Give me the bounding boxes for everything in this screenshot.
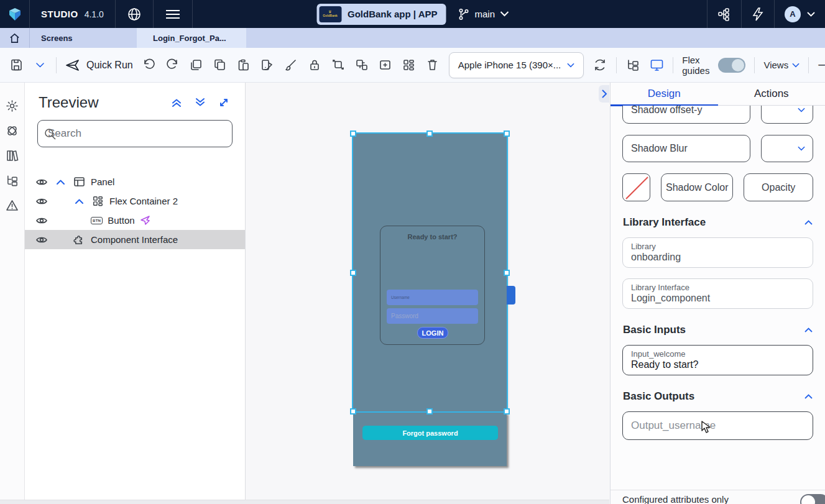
tab-design[interactable]: Design <box>611 83 718 105</box>
library-button[interactable] <box>5 148 20 163</box>
selection-handle-nw[interactable] <box>350 131 356 137</box>
input-welcome-value: Ready to start? <box>631 359 804 370</box>
chevron-up-icon[interactable] <box>804 328 813 332</box>
chevron-up-icon[interactable] <box>72 195 86 208</box>
opacity-field[interactable]: Opacity <box>744 173 813 201</box>
undo-button[interactable] <box>142 58 157 73</box>
forgot-password-button[interactable]: Forgot password <box>362 426 498 440</box>
views-dropdown[interactable]: Views <box>763 60 800 70</box>
left-icon-strip <box>0 83 25 504</box>
sync-button[interactable] <box>592 58 607 73</box>
visibility-eye-icon[interactable] <box>35 195 48 208</box>
copy-button[interactable] <box>213 58 228 73</box>
account-menu[interactable]: A <box>774 0 825 28</box>
home-button[interactable] <box>0 28 30 48</box>
selection-handle-sw[interactable] <box>350 408 356 415</box>
login-button[interactable]: LOGIN <box>417 327 448 339</box>
output-username-field[interactable]: Output_username <box>622 411 813 440</box>
chevron-up-icon[interactable] <box>53 175 67 189</box>
tree-item-label[interactable]: Component Interface <box>91 234 178 245</box>
tree-item-label[interactable]: Flex Container 2 <box>109 196 178 206</box>
app-selector[interactable]: ♛ GoldBank GoldBank app | APP <box>316 4 446 25</box>
visibility-eye-icon[interactable] <box>35 233 48 247</box>
add-frame-button[interactable] <box>378 58 393 73</box>
zoom-out-button[interactable]: − <box>818 57 825 73</box>
visibility-eye-icon[interactable] <box>35 175 48 189</box>
paste-button[interactable] <box>236 58 251 73</box>
shadow-offset-y-unit-dropdown[interactable] <box>761 106 813 124</box>
welcome-text[interactable]: Ready to start? <box>380 233 485 241</box>
chevron-up-icon[interactable] <box>804 394 813 399</box>
basic-outputs-section-header[interactable]: Basic Outputs <box>623 390 813 403</box>
visibility-eye-icon[interactable] <box>35 214 48 227</box>
library-interface-field[interactable]: Library Interface Login_component <box>622 278 813 309</box>
shadow-color-field[interactable]: Shadow Color <box>661 173 733 201</box>
collapse-all-button[interactable] <box>169 95 184 110</box>
language-button[interactable] <box>116 0 154 28</box>
theme-tokens-button[interactable] <box>260 58 275 73</box>
password-field[interactable]: Password <box>387 308 478 324</box>
selection-handle-s[interactable] <box>426 408 433 415</box>
basic-inputs-section-header[interactable]: Basic Inputs <box>623 324 813 336</box>
input-welcome-field[interactable]: Input_welcome Ready to start? <box>622 345 813 375</box>
main-menu-button[interactable] <box>154 0 193 28</box>
expand-panel-button[interactable] <box>216 95 231 110</box>
preview-monitor-button[interactable] <box>649 58 664 73</box>
avatar[interactable]: A <box>785 6 801 22</box>
tab-screens[interactable]: Screens <box>30 28 137 48</box>
tab-login-forgot[interactable]: Login_Forgot_Pa... <box>137 28 246 48</box>
flex-guides-toggle[interactable] <box>718 58 745 73</box>
selection-handle-n[interactable] <box>426 131 433 137</box>
tree-row-panel[interactable]: Panel <box>25 172 245 191</box>
library-field[interactable]: Library onboarding <box>622 237 813 268</box>
device-selector[interactable]: Apple iPhone 15 (390×... <box>449 52 584 78</box>
library-interface-section-header[interactable]: Library Interface <box>623 216 813 229</box>
style-brush-button[interactable] <box>283 58 298 73</box>
duplicate-button[interactable] <box>189 58 204 73</box>
tree-list: Panel Flex Container 2 BTN Button Co <box>25 172 245 249</box>
tree-row-button[interactable]: BTN Button <box>25 211 245 230</box>
tree-item-label[interactable]: Panel <box>91 176 114 187</box>
inspector-collapse-button[interactable] <box>599 85 609 103</box>
configured-attributes-toggle[interactable] <box>800 494 825 504</box>
settings-button[interactable] <box>5 98 20 113</box>
tree-view-button[interactable] <box>625 58 640 73</box>
shadow-blur-unit-dropdown[interactable] <box>761 135 813 162</box>
component-drag-handle[interactable] <box>507 286 515 305</box>
selection-handle-e[interactable] <box>504 270 510 276</box>
shadow-color-swatch[interactable] <box>622 173 650 201</box>
components-button[interactable] <box>5 123 20 138</box>
tree-row-component-interface[interactable]: Component Interface <box>25 230 245 249</box>
warnings-button[interactable] <box>5 198 20 213</box>
username-field[interactable]: Username <box>387 290 478 305</box>
chevron-up-icon[interactable] <box>804 220 813 225</box>
horizontal-scrollbar[interactable] <box>0 500 609 504</box>
studio-logo[interactable] <box>0 0 30 28</box>
section-title: Basic Outputs <box>623 390 694 403</box>
save-button[interactable] <box>9 58 24 73</box>
quick-run-button[interactable]: Quick Run <box>65 59 133 71</box>
treeview-nav-button[interactable] <box>5 173 20 188</box>
group-button[interactable] <box>331 58 346 73</box>
design-canvas[interactable]: Ready to start? Username Password LOGIN … <box>246 83 610 504</box>
delete-button[interactable] <box>425 58 440 73</box>
expand-all-button[interactable] <box>193 95 208 110</box>
tree-search-input[interactable] <box>38 121 232 147</box>
tree-row-flex-container[interactable]: Flex Container 2 <box>25 191 245 211</box>
redo-button[interactable] <box>165 58 180 73</box>
save-options-chevron[interactable] <box>32 58 47 73</box>
branch-selector[interactable]: main <box>457 8 509 21</box>
tree-item-label[interactable]: Button <box>108 215 134 226</box>
quick-run-label: Quick Run <box>86 60 133 71</box>
selection-handle-w[interactable] <box>350 270 356 276</box>
tab-actions[interactable]: Actions <box>718 83 825 105</box>
layout-grid-button[interactable] <box>402 58 417 73</box>
ungroup-button[interactable] <box>354 58 369 73</box>
lock-button[interactable] <box>307 58 322 73</box>
shadow-blur-field[interactable]: Shadow Blur <box>622 135 750 162</box>
shadow-offset-y-field[interactable]: Shadow offset-y <box>622 106 750 124</box>
selection-handle-ne[interactable] <box>504 131 510 137</box>
org-structure-button[interactable] <box>707 0 741 28</box>
quick-actions-button[interactable] <box>741 0 774 28</box>
selection-handle-se[interactable] <box>504 408 510 415</box>
